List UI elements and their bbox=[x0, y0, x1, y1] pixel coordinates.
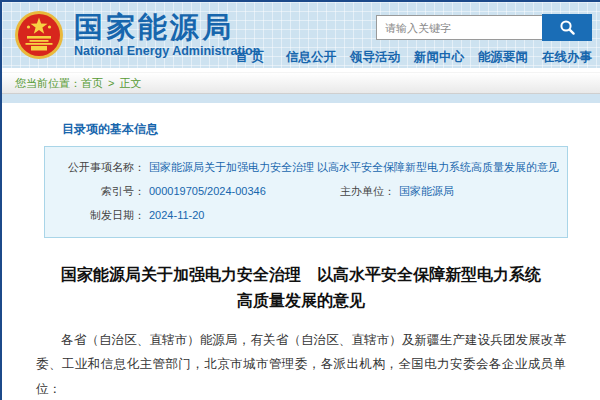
content-area: 目录项的基本信息 公开事项名称： 国家能源局关于加强电力安全治理 以高水平安全保… bbox=[2, 121, 600, 400]
search-icon bbox=[559, 19, 576, 36]
site-title-en: National Energy Administration bbox=[74, 44, 260, 58]
nav-item-leadership[interactable]: 领导活动 bbox=[350, 49, 400, 66]
article-title: 国家能源局关于加强电力安全治理 以高水平安全保障新型电力系统高质量发展的意见 bbox=[54, 262, 548, 315]
nav-item-news-center[interactable]: 新闻中心 bbox=[414, 49, 464, 66]
catalog-info-table: 公开事项名称： 国家能源局关于加强电力安全治理 以高水平安全保障新型电力系统高质… bbox=[44, 146, 568, 238]
search-input[interactable] bbox=[376, 15, 542, 40]
search-button[interactable] bbox=[542, 14, 592, 41]
field-label-issue-date: 制发日期： bbox=[45, 203, 145, 227]
breadcrumb: 您当前位置： 首页 > 正文 bbox=[2, 72, 600, 94]
field-label-host-unit: 主办单位： bbox=[315, 179, 395, 203]
page: 国家能源局 National Energy Administration 首 页… bbox=[0, 0, 600, 400]
field-label-item-name: 公开事项名称： bbox=[45, 155, 145, 179]
site-title-cn: 国家能源局 bbox=[74, 12, 260, 42]
field-value-item-name: 国家能源局关于加强电力安全治理 以高水平安全保障新型电力系统高质量发展的意见 bbox=[145, 155, 559, 179]
field-value-issue-date: 2024-11-20 bbox=[145, 203, 204, 227]
field-value-index-number: 000019705/2024-00346 bbox=[145, 179, 315, 203]
breadcrumb-label: 您当前位置： bbox=[15, 76, 81, 91]
nav-item-online-service[interactable]: 在线办事 bbox=[542, 49, 592, 66]
field-label-index-number: 索引号： bbox=[45, 179, 145, 203]
main-nav: 首 页 信息公开 领导活动 新闻中心 能源要闻 在线办事 bbox=[236, 49, 592, 66]
search-area bbox=[376, 14, 592, 41]
site-title-block: 国家能源局 National Energy Administration bbox=[74, 12, 260, 58]
logo-block[interactable]: 国家能源局 National Energy Administration bbox=[14, 10, 260, 60]
table-row: 索引号： 000019705/2024-00346 主办单位： 国家能源局 bbox=[45, 179, 567, 203]
article-paragraph-addressees: 各省（自治区、直辖市）能源局，有关省（自治区、直辖市）及新疆生产建设兵团发展改革… bbox=[36, 328, 566, 400]
field-value-host-unit: 国家能源局 bbox=[395, 179, 454, 203]
site-header: 国家能源局 National Energy Administration 首 页… bbox=[2, 2, 600, 68]
nav-item-energy-news[interactable]: 能源要闻 bbox=[478, 49, 528, 66]
nav-item-info-disclosure[interactable]: 信息公开 bbox=[286, 49, 336, 66]
table-row: 制发日期： 2024-11-20 bbox=[45, 203, 567, 227]
nav-item-home[interactable]: 首 页 bbox=[236, 49, 264, 66]
table-row: 公开事项名称： 国家能源局关于加强电力安全治理 以高水平安全保障新型电力系统高质… bbox=[45, 155, 567, 179]
breadcrumb-current: 正文 bbox=[119, 76, 141, 91]
breadcrumb-separator: > bbox=[108, 77, 114, 89]
national-emblem-icon bbox=[14, 10, 64, 60]
catalog-info-title: 目录项的基本信息 bbox=[62, 121, 600, 138]
divider-strip bbox=[2, 94, 600, 103]
breadcrumb-home-link[interactable]: 首页 bbox=[81, 76, 103, 91]
